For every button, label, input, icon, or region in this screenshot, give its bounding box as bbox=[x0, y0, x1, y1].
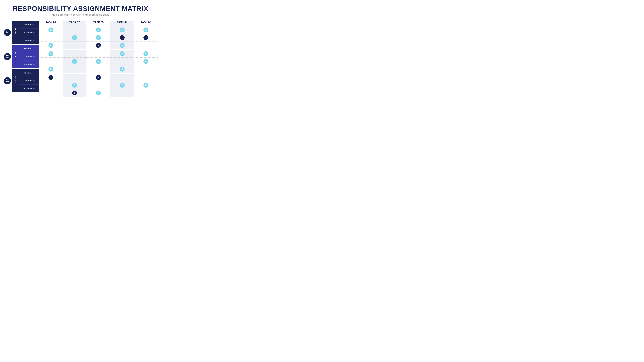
grid-cell-t2-r1-c3 bbox=[86, 50, 110, 58]
badge-t1-r1-c1: R bbox=[48, 27, 53, 32]
avatar-icon-2 bbox=[4, 53, 11, 60]
badge-t3-r2-c2: C bbox=[72, 83, 77, 88]
grid-cell-t2-r3-c5 bbox=[134, 65, 158, 73]
grid-cell-t3-r1-c3: I bbox=[86, 74, 110, 81]
left-panel: TEAM 01POSITION 01POSITION 02POSITION 03… bbox=[3, 21, 39, 92]
grid-cell-t1-r3-c1: A bbox=[39, 41, 63, 49]
right-panel: TASK 01TASK 02TASK 03TASK 04TASK 05RCAAA… bbox=[39, 21, 158, 97]
grid-cell-t2-r2-c5: A bbox=[134, 58, 158, 65]
avatar-icon-1 bbox=[4, 29, 11, 36]
badge-t3-r1-c1: I bbox=[48, 75, 53, 80]
grid-row-t3-r2: CCR bbox=[39, 81, 158, 89]
svg-rect-6 bbox=[6, 55, 8, 57]
position-cell-t1-p2: POSITION 02 bbox=[20, 29, 39, 36]
badge-t3-r2-c5: R bbox=[144, 83, 148, 88]
svg-rect-1 bbox=[6, 33, 8, 33]
grid-cell-t1-r3-c3: I bbox=[86, 41, 110, 49]
badge-t1-r2-c4: I bbox=[120, 35, 124, 40]
badge-t3-r2-c4: C bbox=[120, 83, 124, 88]
badge-t3-r3-c3: A bbox=[96, 91, 101, 95]
grid-cell-t2-r3-c1: C bbox=[39, 65, 63, 73]
grid-cell-t3-r3-c4 bbox=[110, 89, 134, 97]
team-label-text-2: TEAM 02 bbox=[15, 52, 16, 61]
grid-cell-t3-r3-c1 bbox=[39, 89, 63, 97]
position-cell-t2-p2: POSITION 02 bbox=[20, 53, 39, 60]
grid-body: RCAAAAIIAIARRCRRACCIICCRIA bbox=[39, 26, 158, 97]
grid-cell-t1-r1-c5: A bbox=[134, 26, 158, 34]
svg-point-10 bbox=[8, 56, 9, 56]
task-header-3: TASK 03 bbox=[86, 21, 110, 26]
position-cell-t1-p3: POSITION 03 bbox=[20, 36, 39, 44]
grid-cell-t2-r1-c2 bbox=[63, 50, 86, 58]
task-header-5: TASK 05 bbox=[134, 21, 158, 26]
team-block-3: TEAM 03POSITION 01POSITION 02POSITION 03 bbox=[3, 69, 39, 92]
matrix-container: TEAM 01POSITION 01POSITION 02POSITION 03… bbox=[3, 21, 158, 97]
position-cell-t2-p3: POSITION 03 bbox=[20, 60, 39, 68]
grid-cell-t3-r1-c4 bbox=[110, 74, 134, 81]
grid-row-t1-r2: AAII bbox=[39, 34, 158, 41]
badge-t2-r2-c2: R bbox=[72, 59, 77, 64]
grid-cell-t2-r2-c2: R bbox=[63, 58, 86, 65]
grid-row-t2-r2: RRA bbox=[39, 58, 158, 65]
grid-cell-t1-r3-c2 bbox=[63, 41, 86, 49]
badge-t1-r1-c4: A bbox=[120, 27, 124, 32]
badge-t2-r2-c3: R bbox=[96, 59, 101, 64]
badge-t1-r3-c4: A bbox=[120, 43, 124, 48]
grid-cell-t1-r2-c2: A bbox=[63, 34, 86, 41]
grid-cell-t1-r3-c5 bbox=[134, 41, 158, 49]
grid-cell-t2-r1-c5: C bbox=[134, 50, 158, 58]
grid-cell-t1-r2-c4: I bbox=[110, 34, 134, 41]
badge-t2-r1-c4: R bbox=[120, 51, 124, 56]
grid-cell-t1-r2-c5: I bbox=[134, 34, 158, 41]
badge-t2-r1-c1: R bbox=[48, 51, 53, 56]
grid-cell-t1-r2-c3: A bbox=[86, 34, 110, 41]
grid-row-t3-r1: II bbox=[39, 74, 158, 81]
team-avatar-3 bbox=[3, 69, 12, 92]
grid-row-t1-r3: AIA bbox=[39, 41, 158, 49]
grid-cell-t3-r3-c5 bbox=[134, 89, 158, 97]
badge-t2-r2-c5: A bbox=[144, 59, 148, 64]
badge-t3-r1-c3: I bbox=[96, 75, 101, 80]
badge-t2-r1-c5: C bbox=[144, 51, 148, 56]
grid-cell-t3-r2-c5: R bbox=[134, 81, 158, 89]
team-label-col-1: TEAM 01 bbox=[12, 21, 20, 44]
badge-t1-r2-c3: A bbox=[96, 35, 101, 40]
badge-t1-r2-c5: I bbox=[144, 35, 148, 40]
avatar-icon-3 bbox=[4, 77, 11, 84]
task-header-2: TASK 02 bbox=[63, 21, 86, 26]
team-label-col-3: TEAM 03 bbox=[12, 69, 20, 92]
grid-cell-t3-r3-c2: I bbox=[63, 89, 86, 97]
grid-cell-t3-r1-c5 bbox=[134, 74, 158, 81]
team-avatar-1 bbox=[3, 21, 12, 44]
grid-cell-t1-r2-c1 bbox=[39, 34, 63, 41]
page-title: RESPONSIBILITY ASSIGNMENT MATRIX bbox=[13, 5, 148, 12]
position-cell-t3-p2: POSITION 02 bbox=[20, 77, 39, 85]
grid-cell-t3-r2-c4: C bbox=[110, 81, 134, 89]
team-label-text-3: TEAM 03 bbox=[15, 76, 16, 86]
grid-cell-t3-r2-c3 bbox=[86, 81, 110, 89]
positions-col-3: POSITION 01POSITION 02POSITION 03 bbox=[20, 69, 39, 92]
positions-col-2: POSITION 01POSITION 02POSITION 03 bbox=[20, 45, 39, 68]
grid-row-t2-r1: RRC bbox=[39, 50, 158, 58]
positions-col-1: POSITION 01POSITION 02POSITION 03 bbox=[20, 21, 39, 44]
team-block-2: TEAM 02POSITION 01POSITION 02POSITION 03 bbox=[3, 45, 39, 68]
page-subtitle: Make a big impact with our professional … bbox=[52, 13, 109, 16]
badge-t2-r3-c1: C bbox=[48, 67, 53, 72]
grid-cell-t2-r1-c1: R bbox=[39, 50, 63, 58]
svg-point-0 bbox=[6, 31, 7, 32]
team-label-col-2: TEAM 02 bbox=[12, 45, 20, 68]
grid-cell-t2-r2-c1 bbox=[39, 58, 63, 65]
badge-t3-r3-c2: I bbox=[72, 91, 77, 95]
grid-cell-t1-r1-c3: C bbox=[86, 26, 110, 34]
grid-cell-t2-r3-c4: C bbox=[110, 65, 134, 73]
grid-cell-t2-r3-c3 bbox=[86, 65, 110, 73]
position-cell-t2-p1: POSITION 01 bbox=[20, 45, 39, 53]
team-label-text-1: TEAM 01 bbox=[15, 28, 16, 37]
grid-cell-t1-r1-c2 bbox=[63, 26, 86, 34]
grid-cell-t2-r3-c2 bbox=[63, 65, 86, 73]
grid-cell-t2-r1-c4: R bbox=[110, 50, 134, 58]
grid-cell-t3-r2-c1 bbox=[39, 81, 63, 89]
position-cell-t3-p1: POSITION 01 bbox=[20, 69, 39, 77]
position-cell-t3-p3: POSITION 03 bbox=[20, 85, 39, 92]
svg-point-5 bbox=[9, 32, 9, 32]
